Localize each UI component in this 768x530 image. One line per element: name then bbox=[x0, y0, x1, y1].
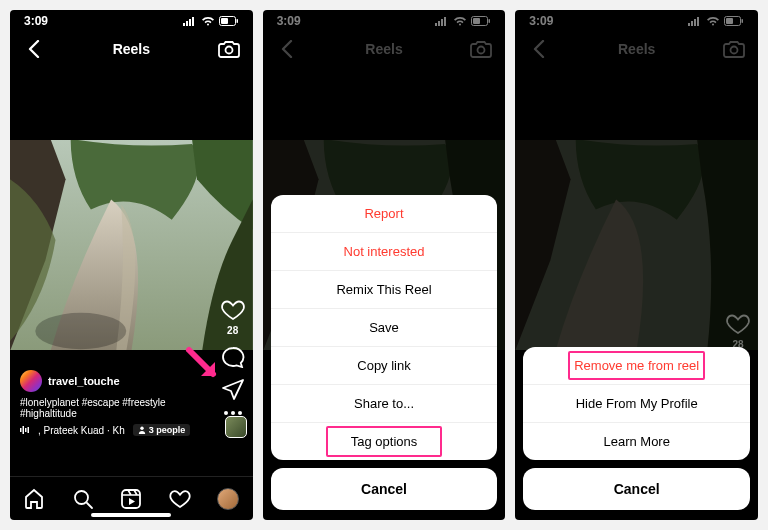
svg-point-10 bbox=[224, 411, 228, 415]
music-row[interactable]: , Prateek Kuad · Kh 3 people bbox=[20, 424, 193, 436]
camera-button[interactable] bbox=[469, 40, 493, 58]
svg-point-18 bbox=[75, 491, 88, 504]
home-icon bbox=[23, 488, 45, 510]
header-title: Reels bbox=[551, 41, 722, 57]
header-title: Reels bbox=[299, 41, 470, 57]
svg-point-11 bbox=[231, 411, 235, 415]
phone-2: 3:09 Reels 28 bbox=[263, 10, 506, 520]
sheet-hide-from-profile[interactable]: Hide From My Profile bbox=[523, 385, 750, 423]
home-indicator[interactable] bbox=[344, 513, 424, 517]
user-row[interactable]: travel_touche bbox=[20, 370, 193, 392]
sheet-share-to[interactable]: Share to... bbox=[271, 385, 498, 423]
like-button[interactable] bbox=[221, 299, 245, 321]
search-icon bbox=[72, 488, 94, 510]
audio-icon bbox=[20, 425, 30, 435]
cellular-icon bbox=[183, 16, 197, 26]
svg-rect-26 bbox=[489, 19, 491, 23]
svg-rect-1 bbox=[186, 21, 188, 26]
action-sheet: Remove me from reel Hide From My Profile… bbox=[523, 347, 750, 460]
nav-header: Reels bbox=[515, 32, 758, 66]
sheet-remove-me[interactable]: Remove me from reel bbox=[523, 347, 750, 385]
battery-icon bbox=[724, 16, 744, 26]
home-indicator[interactable] bbox=[597, 513, 677, 517]
status-bar: 3:09 bbox=[263, 10, 506, 32]
nav-home[interactable] bbox=[23, 488, 45, 510]
svg-rect-0 bbox=[183, 23, 185, 26]
nav-search[interactable] bbox=[72, 488, 94, 510]
svg-rect-32 bbox=[697, 17, 699, 26]
svg-point-36 bbox=[731, 47, 738, 54]
sheet-cancel[interactable]: Cancel bbox=[523, 468, 750, 510]
back-button[interactable] bbox=[22, 40, 46, 58]
reel-content: 28 Remove me from reel Hide From My Prof… bbox=[515, 66, 758, 520]
svg-point-17 bbox=[140, 427, 143, 430]
home-indicator[interactable] bbox=[91, 513, 171, 517]
status-time: 3:09 bbox=[277, 14, 301, 28]
heart-icon bbox=[169, 489, 191, 509]
status-time: 3:09 bbox=[529, 14, 553, 28]
nav-reels[interactable] bbox=[120, 488, 142, 510]
svg-rect-22 bbox=[441, 19, 443, 26]
svg-point-27 bbox=[478, 47, 485, 54]
annotation-highlight bbox=[568, 351, 705, 380]
music-thumbnail[interactable] bbox=[225, 416, 247, 438]
caption[interactable]: #lonelyplanet #escape #freestyle #highal… bbox=[20, 397, 193, 419]
svg-point-9 bbox=[35, 313, 126, 349]
share-button[interactable] bbox=[221, 378, 245, 400]
camera-button[interactable] bbox=[217, 40, 241, 58]
nav-header: Reels bbox=[263, 32, 506, 66]
nav-activity[interactable] bbox=[169, 489, 191, 509]
sheet-tag-options[interactable]: Tag options bbox=[271, 423, 498, 460]
svg-rect-30 bbox=[691, 21, 693, 26]
svg-rect-14 bbox=[23, 426, 25, 434]
comment-icon bbox=[221, 346, 245, 368]
svg-rect-23 bbox=[444, 17, 446, 26]
svg-point-12 bbox=[238, 411, 242, 415]
phone-3: 3:09 Reels 28 bbox=[515, 10, 758, 520]
battery-icon bbox=[219, 16, 239, 26]
svg-rect-6 bbox=[236, 19, 238, 23]
svg-rect-3 bbox=[192, 17, 194, 26]
reel-video-frame bbox=[10, 140, 253, 350]
svg-rect-25 bbox=[473, 18, 480, 24]
status-icons bbox=[688, 16, 744, 26]
share-icon bbox=[221, 378, 245, 400]
status-bar: 3:09 bbox=[515, 10, 758, 32]
sheet-cancel[interactable]: Cancel bbox=[271, 468, 498, 510]
battery-icon bbox=[471, 16, 491, 26]
nav-profile[interactable] bbox=[217, 488, 239, 510]
people-count: 3 people bbox=[149, 425, 186, 435]
sheet-not-interested[interactable]: Not interested bbox=[271, 233, 498, 271]
cellular-icon bbox=[435, 16, 449, 26]
action-sheet-backdrop[interactable]: Remove me from reel Hide From My Profile… bbox=[515, 66, 758, 520]
sheet-remix[interactable]: Remix This Reel bbox=[271, 271, 498, 309]
wifi-icon bbox=[453, 16, 467, 26]
back-button[interactable] bbox=[527, 40, 551, 58]
camera-icon bbox=[218, 40, 240, 58]
chevron-left-icon bbox=[281, 40, 293, 58]
sheet-save[interactable]: Save bbox=[271, 309, 498, 347]
reel-content[interactable]: 28 travel_touche #lonelyplanet #escape #… bbox=[10, 66, 253, 476]
status-time: 3:09 bbox=[24, 14, 48, 28]
comment-button[interactable] bbox=[221, 346, 245, 368]
svg-rect-34 bbox=[726, 18, 733, 24]
svg-rect-16 bbox=[28, 427, 30, 433]
sheet-report[interactable]: Report bbox=[271, 195, 498, 233]
svg-rect-19 bbox=[122, 490, 140, 508]
person-icon bbox=[138, 426, 146, 434]
reel-meta: travel_touche #lonelyplanet #escape #fre… bbox=[20, 370, 193, 436]
reels-icon bbox=[120, 488, 142, 510]
username: travel_touche bbox=[48, 375, 120, 387]
music-label: , Prateek Kuad · Kh bbox=[38, 425, 125, 436]
like-count: 28 bbox=[227, 325, 238, 336]
back-button[interactable] bbox=[275, 40, 299, 58]
people-chip[interactable]: 3 people bbox=[133, 424, 191, 436]
action-sheet-backdrop[interactable]: Report Not interested Remix This Reel Sa… bbox=[263, 66, 506, 520]
chevron-left-icon bbox=[28, 40, 40, 58]
phone-1: 3:09 Reels bbox=[10, 10, 253, 520]
camera-button[interactable] bbox=[722, 40, 746, 58]
wifi-icon bbox=[201, 16, 215, 26]
svg-rect-21 bbox=[438, 21, 440, 26]
sheet-copy-link[interactable]: Copy link bbox=[271, 347, 498, 385]
sheet-learn-more[interactable]: Learn More bbox=[523, 423, 750, 460]
